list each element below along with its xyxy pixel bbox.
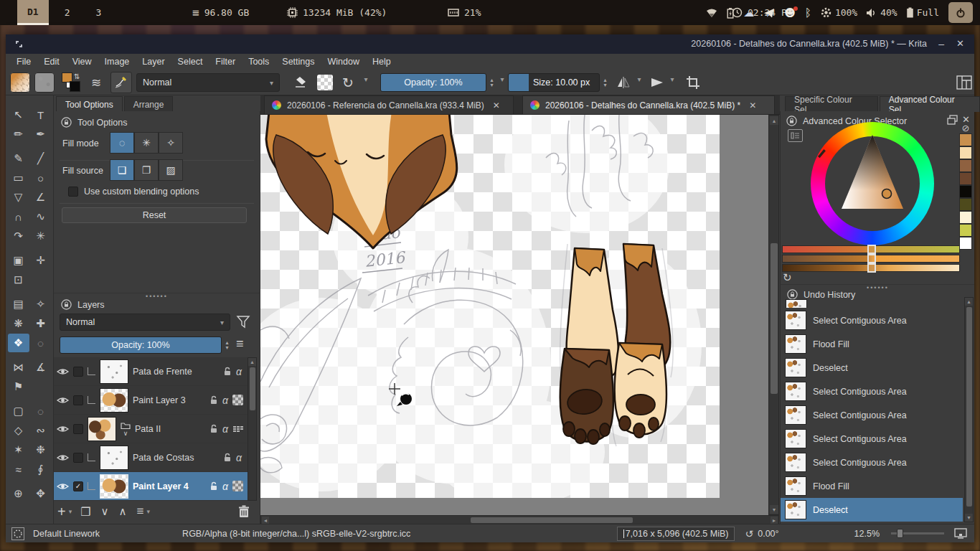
gradient-chooser[interactable] <box>10 72 30 93</box>
undo-row[interactable]: Select Contiguous Area <box>781 309 963 332</box>
menu-layer[interactable]: Layer <box>136 54 171 70</box>
menu-tools[interactable]: Tools <box>242 54 275 70</box>
scroll-up-arrow[interactable]: ▴ <box>770 116 778 125</box>
menu-edit[interactable]: Edit <box>37 54 66 70</box>
canvas-artwork[interactable]: Re mão 2016 <box>260 115 720 498</box>
sv-selector-dot[interactable] <box>882 189 892 199</box>
fill-source-pattern[interactable]: ▨ <box>159 159 183 181</box>
strip-handle[interactable] <box>867 263 876 273</box>
tab-tool-options[interactable]: Tool Options <box>56 96 123 112</box>
layer-checkbox[interactable] <box>73 424 83 434</box>
visibility-eye-icon[interactable] <box>57 425 69 433</box>
tool-rectangle[interactable]: ▭ <box>8 169 29 187</box>
undo-row-partial[interactable] <box>781 298 963 308</box>
zoom-value[interactable]: 12.5% <box>854 529 880 539</box>
layer-name[interactable]: Pata de Frente <box>133 367 218 377</box>
layer-name[interactable]: Paint Layer 4 <box>133 481 204 491</box>
opacity-slider[interactable]: Opacity: 100% <box>380 73 486 92</box>
lock-icon[interactable] <box>61 117 72 128</box>
workspace-chooser-button[interactable] <box>954 72 974 93</box>
tool-ellipse[interactable]: ○ <box>30 169 52 187</box>
layer-name[interactable]: Paint Layer 3 <box>133 395 204 405</box>
layer-opacity-spinner[interactable]: ▴▾ <box>222 336 232 354</box>
rotation-reset-icon[interactable]: ↺ <box>745 528 753 540</box>
history-swatch[interactable] <box>959 198 972 211</box>
layer-row-paint-layer-3[interactable]: Paint Layer 3 α <box>54 386 248 415</box>
battery-charging-icon[interactable] <box>727 7 734 19</box>
layer-options-icon[interactable]: ≡ <box>236 336 244 352</box>
lock-icon[interactable] <box>209 395 218 405</box>
layer-thumbnail[interactable] <box>100 359 128 384</box>
brush-preset-name[interactable]: Default Linework <box>33 529 100 539</box>
lock-icon[interactable] <box>222 367 232 376</box>
visibility-eye-icon[interactable] <box>57 453 69 462</box>
tool-polygon-select[interactable]: ◇ <box>8 421 29 440</box>
menu-settings[interactable]: Settings <box>275 54 321 70</box>
preserve-alpha-toggle[interactable] <box>317 75 333 90</box>
layer-checkbox[interactable] <box>73 453 83 463</box>
add-layer-button[interactable]: + <box>57 504 66 520</box>
tool-enclose-fill[interactable]: ◌ <box>30 334 52 352</box>
scroll-down-arrow[interactable]: ▾ <box>965 514 973 522</box>
bluetooth-icon[interactable]: ᛒ <box>805 6 811 19</box>
menu-window[interactable]: Window <box>321 54 366 70</box>
tool-text[interactable]: T <box>30 105 52 124</box>
tool-freehand-brush[interactable]: ✎ <box>8 149 29 168</box>
close-button[interactable]: ✕ <box>956 38 964 49</box>
lock-icon[interactable] <box>786 116 797 126</box>
layer-name[interactable]: Pata de Costas <box>133 453 218 463</box>
tool-dynamic-brush[interactable]: ↷ <box>8 227 29 245</box>
history-swatch[interactable] <box>959 224 972 237</box>
tool-move[interactable]: ✛ <box>30 251 52 270</box>
eraser-toggle[interactable] <box>291 72 310 93</box>
menu-filter[interactable]: Filter <box>209 54 242 70</box>
pattern-chooser[interactable] <box>34 72 55 93</box>
wifi-icon[interactable] <box>706 8 717 17</box>
undo-row-selected[interactable]: Deselect <box>781 498 963 522</box>
layer-opacity-slider[interactable]: Opacity: 100% <box>60 336 222 354</box>
scroll-left-arrow[interactable]: ◂ <box>262 517 269 524</box>
layer-row-paint-layer-4-selected[interactable]: ✓ Paint Layer 4 α <box>54 472 248 501</box>
zoom-slider[interactable] <box>891 532 944 534</box>
fit-screen-icon[interactable] <box>954 528 967 539</box>
mirror-vertical-button[interactable] <box>647 72 667 93</box>
close-tab-icon[interactable]: ✕ <box>749 100 756 110</box>
tool-polygon[interactable]: ▽ <box>8 188 29 207</box>
workspace-1[interactable]: D1 <box>17 0 49 25</box>
alpha-icon[interactable]: α <box>222 395 228 406</box>
filter-icon[interactable] <box>236 315 250 329</box>
power-button[interactable] <box>948 2 973 23</box>
opacity-dropdown[interactable]: ▾ <box>498 75 507 83</box>
tool-smart-patch[interactable]: ✚ <box>30 314 52 333</box>
layer-row-pata-de-costas[interactable]: Pata de Costas α <box>54 443 248 472</box>
blend-mode-combo[interactable]: Normal ▾ <box>136 73 280 92</box>
move-layer-down-button[interactable]: ∨ <box>101 505 109 518</box>
layer-checkbox[interactable] <box>73 395 83 405</box>
fill-source-background[interactable]: ❐ <box>134 159 159 181</box>
blending-options-icon[interactable]: ≋ <box>86 72 106 93</box>
layer-thumbnail[interactable] <box>100 474 128 499</box>
layer-blend-combo[interactable]: Normal ▾ <box>60 314 230 331</box>
tab-arrange[interactable]: Arrange <box>124 96 174 112</box>
tool-measure[interactable]: ∡ <box>30 358 52 377</box>
tool-bezier-select[interactable]: ≈ <box>8 460 29 479</box>
mirror-v-dropdown[interactable]: ▾ <box>669 75 676 83</box>
tool-zoom[interactable]: ⊕ <box>8 484 29 503</box>
strip-handle[interactable] <box>867 245 876 254</box>
splitter-handle[interactable]: •••••• <box>146 293 168 300</box>
reload-dropdown[interactable]: ▾ <box>362 75 370 83</box>
history-swatch[interactable] <box>959 133 972 146</box>
visibility-eye-icon[interactable] <box>57 367 69 376</box>
crop-button[interactable] <box>683 72 703 93</box>
tool-reference-images[interactable]: ⚑ <box>8 377 29 396</box>
window-titlebar[interactable]: 20260106 - Detalhes do Cannella.kra (402… <box>6 34 974 54</box>
size-spinner[interactable]: ▴▾ <box>600 73 610 92</box>
undo-row[interactable]: Select Contiguous Area <box>781 427 963 451</box>
tool-freehand-path[interactable]: ∿ <box>30 207 52 226</box>
doc-tab-referencia[interactable]: 20260106 - Referencia do Cannella.kra (9… <box>264 95 514 115</box>
tool-select-shapes[interactable]: ↖ <box>8 105 29 124</box>
custom-blending-checkbox[interactable] <box>68 187 78 197</box>
layer-name[interactable]: Pata II <box>135 424 204 434</box>
opacity-spinner[interactable]: ▴▾ <box>487 73 496 92</box>
acs-settings-button[interactable] <box>788 129 803 142</box>
